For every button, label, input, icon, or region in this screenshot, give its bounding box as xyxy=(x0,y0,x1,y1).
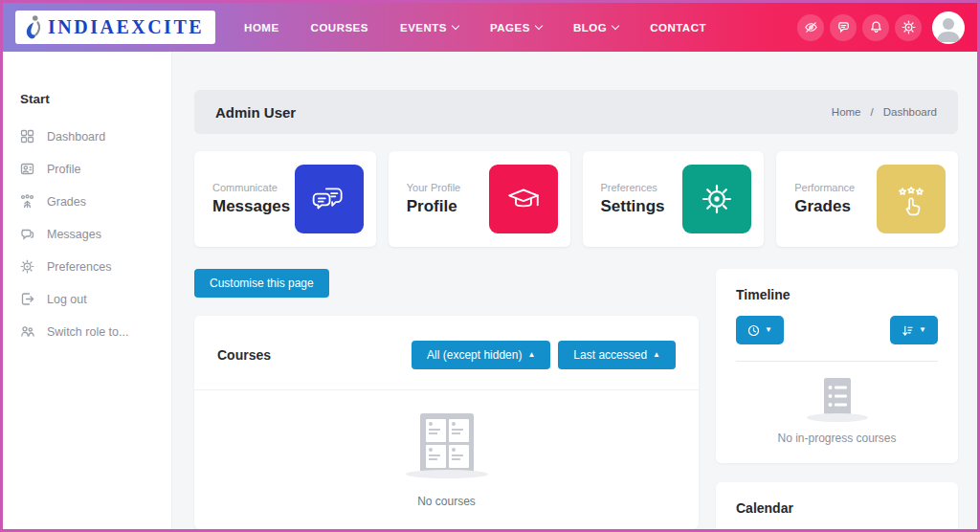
sidebar-item-grades[interactable]: Grades xyxy=(20,194,156,209)
sidebar-item-dashboard[interactable]: Dashboard xyxy=(20,129,156,144)
sidebar-item-label: Dashboard xyxy=(47,130,105,144)
switch-role-icon xyxy=(20,324,34,339)
quick-card-title: Profile xyxy=(407,197,460,216)
main-content: Admin User Home / Dashboard Communicate … xyxy=(172,52,977,529)
timeline-sort-button[interactable]: ▼ xyxy=(890,316,938,344)
breadcrumb-separator: / xyxy=(871,106,874,118)
user-avatar[interactable] xyxy=(932,11,965,44)
quick-card-title: Grades xyxy=(794,197,855,216)
calendar-block: Calendar ◀ March 2025 ▶ xyxy=(716,482,958,532)
timeline-empty-text: No in-progress courses xyxy=(777,432,896,445)
customise-page-button[interactable]: Customise this page xyxy=(194,269,329,298)
sidebar-item-preferences[interactable]: Preferences xyxy=(20,259,156,274)
sidebar-heading: Start xyxy=(20,92,156,106)
sidebar-item-profile[interactable]: Profile xyxy=(20,162,156,176)
sidebar-item-label: Switch role to... xyxy=(47,325,128,339)
courses-empty-icon xyxy=(416,411,478,477)
dashboard-page: INDIAEXCITE HOME COURSES EVENTS PAGES BL… xyxy=(0,0,980,532)
chevron-down-icon xyxy=(452,21,459,29)
topbar-actions xyxy=(797,11,965,44)
timeline-title: Timeline xyxy=(736,287,938,302)
sidebar: Start Dashboard Profile xyxy=(3,52,172,529)
sidebar-item-label: Messages xyxy=(47,228,101,241)
courses-title: Courses xyxy=(217,347,271,363)
dashboard-icon xyxy=(20,129,34,144)
chevron-down-icon xyxy=(612,21,619,29)
quick-card-settings[interactable]: Preferences Settings xyxy=(583,151,765,247)
courses-filter-button[interactable]: All (except hidden)▲ xyxy=(412,341,550,369)
timeline-day-filter-button[interactable]: ▼ xyxy=(736,316,784,344)
rating-stars-hand-icon xyxy=(877,165,946,233)
courses-empty-state: No courses xyxy=(194,389,699,529)
caret-up-icon: ▲ xyxy=(653,351,660,359)
caret-down-icon: ▼ xyxy=(765,326,772,334)
timeline-empty-state: No in-progress courses xyxy=(736,362,938,445)
nav-item-pages[interactable]: PAGES xyxy=(490,22,542,33)
sidebar-item-label: Preferences xyxy=(47,260,111,274)
courses-empty-text: No courses xyxy=(417,495,476,508)
brand-logo[interactable]: INDIAEXCITE xyxy=(15,11,215,44)
courses-sort-button[interactable]: Last accessed▲ xyxy=(558,341,676,369)
preferences-icon xyxy=(20,259,34,274)
nav-item-courses[interactable]: COURSES xyxy=(311,22,368,33)
page-title: Admin User xyxy=(215,104,296,121)
sort-icon xyxy=(902,324,914,337)
page-header-bar: Admin User Home / Dashboard xyxy=(194,90,958,134)
chat-bubbles-icon xyxy=(295,165,364,233)
quick-card-subtitle: Performance xyxy=(794,182,855,193)
brand-swoosh-icon xyxy=(22,14,43,41)
quick-card-messages[interactable]: Communicate Messages xyxy=(194,151,376,247)
quick-card-subtitle: Preferences xyxy=(601,182,665,193)
graduation-cap-icon xyxy=(489,165,558,233)
quick-card-title: Messages xyxy=(212,197,290,216)
sidebar-item-label: Profile xyxy=(47,163,80,176)
top-navbar: INDIAEXCITE HOME COURSES EVENTS PAGES BL… xyxy=(3,3,977,52)
profile-icon xyxy=(20,162,34,176)
quick-card-title: Settings xyxy=(601,197,665,216)
sidebar-item-messages[interactable]: Messages xyxy=(20,227,156,241)
eye-off-icon[interactable] xyxy=(797,14,824,41)
logout-icon xyxy=(20,292,34,306)
caret-down-icon: ▼ xyxy=(919,326,926,334)
messages-icon xyxy=(20,227,34,241)
body: Start Dashboard Profile xyxy=(3,52,977,529)
clock-icon xyxy=(747,324,760,337)
bell-icon[interactable] xyxy=(862,14,889,41)
sidebar-item-logout[interactable]: Log out xyxy=(20,292,156,306)
nav-item-home[interactable]: HOME xyxy=(244,22,279,33)
calendar-title: Calendar xyxy=(736,500,938,516)
content-columns: Customise this page Courses All (except … xyxy=(194,269,958,529)
sidebar-item-label: Grades xyxy=(47,195,86,209)
chat-icon[interactable] xyxy=(830,14,857,41)
timeline-block: Timeline ▼ xyxy=(716,269,958,463)
quick-card-subtitle: Communicate xyxy=(212,182,290,193)
nav-item-blog[interactable]: BLOG xyxy=(573,22,618,33)
customise-row: Customise this page xyxy=(194,269,699,298)
breadcrumb-home[interactable]: Home xyxy=(832,106,861,118)
nav-item-events[interactable]: EVENTS xyxy=(400,22,458,33)
quick-card-grades[interactable]: Performance Grades xyxy=(776,151,958,247)
icon-shadow xyxy=(406,470,488,478)
gear-icon[interactable] xyxy=(895,14,922,41)
breadcrumb: Home / Dashboard xyxy=(832,106,937,118)
caret-up-icon: ▲ xyxy=(527,351,535,359)
breadcrumb-dashboard[interactable]: Dashboard xyxy=(883,106,937,118)
chevron-down-icon xyxy=(535,21,543,29)
gear-icon xyxy=(682,165,751,233)
sidebar-item-label: Log out xyxy=(47,293,87,306)
right-column: Timeline ▼ xyxy=(716,269,958,529)
nav-item-contact[interactable]: CONTACT xyxy=(650,22,706,33)
courses-header: Courses All (except hidden)▲ Last access… xyxy=(194,316,699,389)
icon-shadow xyxy=(807,413,868,422)
quick-cards-row: Communicate Messages Your P xyxy=(194,151,958,247)
courses-block: Courses All (except hidden)▲ Last access… xyxy=(194,316,699,529)
main-nav: HOME COURSES EVENTS PAGES BLOG CONTACT xyxy=(244,22,706,33)
grades-icon xyxy=(20,194,34,209)
left-column: Customise this page Courses All (except … xyxy=(194,269,699,529)
sidebar-item-switch-role[interactable]: Switch role to... xyxy=(20,324,156,339)
quick-card-subtitle: Your Profile xyxy=(407,182,460,193)
quick-card-profile[interactable]: Your Profile Profile xyxy=(389,151,570,247)
brand-name: INDIAEXCITE xyxy=(48,16,204,38)
